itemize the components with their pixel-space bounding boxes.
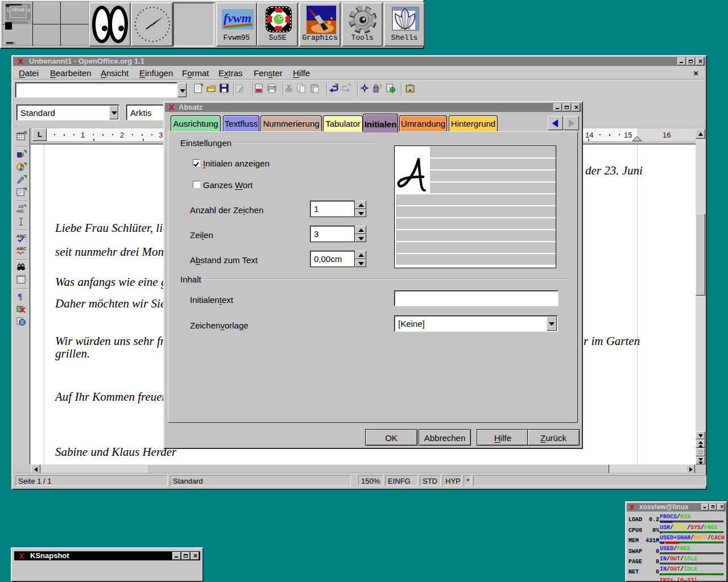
svg-text:fvwm: fvwm [224,11,251,25]
svg-text:¶: ¶ [18,292,22,301]
svg-text:ABC: ABC [16,209,24,213]
svg-text:AB: AB [18,205,24,209]
svg-text:ABC: ABC [16,234,27,239]
svg-text:ABC: ABC [16,246,27,251]
